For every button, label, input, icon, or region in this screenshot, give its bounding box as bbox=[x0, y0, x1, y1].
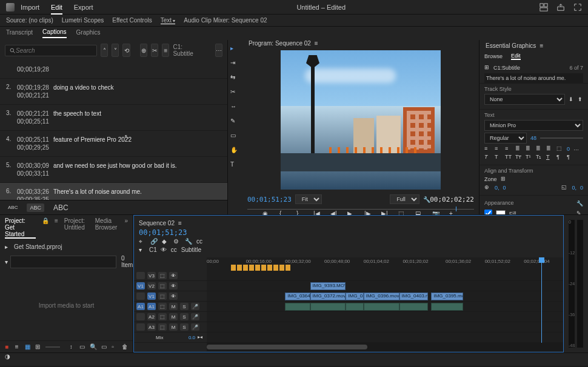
graphics-tab[interactable]: Graphics bbox=[76, 29, 101, 38]
wrench-icon[interactable]: 🔧 bbox=[423, 196, 430, 203]
a3-mute[interactable]: M bbox=[169, 323, 178, 331]
v3-source[interactable] bbox=[136, 272, 145, 279]
bin-icon[interactable]: ▸ bbox=[5, 243, 12, 250]
program-monitor[interactable] bbox=[281, 50, 441, 190]
audio-clip[interactable] bbox=[285, 303, 310, 311]
cc-icon[interactable]: cc bbox=[196, 238, 203, 245]
find-icon[interactable]: 🔍 bbox=[90, 343, 96, 350]
a2-target[interactable]: A2 bbox=[147, 313, 156, 320]
justify-all-icon[interactable]: ≣ bbox=[546, 145, 553, 152]
a3-target[interactable]: A3 bbox=[147, 323, 156, 331]
c1-label[interactable]: C1 bbox=[149, 246, 157, 253]
a2-voice[interactable]: 🎤 bbox=[191, 313, 199, 320]
type-tool-icon[interactable]: T bbox=[230, 161, 240, 171]
a1-mute[interactable]: M bbox=[169, 303, 178, 310]
audio-clip[interactable] bbox=[364, 303, 399, 311]
timeline-scrollbar[interactable] bbox=[207, 343, 563, 351]
v3-target[interactable]: V3 bbox=[147, 272, 156, 279]
icon-view-icon[interactable]: ▦ bbox=[25, 343, 30, 350]
project-tab-0[interactable]: Project: Get Started bbox=[5, 217, 36, 239]
effect-controls-tab[interactable]: Effect Controls bbox=[112, 17, 152, 24]
weight-select[interactable]: Regular bbox=[484, 133, 527, 144]
chevron-down-icon[interactable]: ▾ bbox=[139, 246, 145, 253]
record-icon[interactable]: ■ bbox=[5, 343, 10, 350]
ess-browse-tab[interactable]: Browse bbox=[484, 53, 503, 59]
split-caption-button[interactable]: ✂ bbox=[151, 44, 158, 57]
justify-last-left-icon[interactable]: ≣ bbox=[526, 145, 532, 152]
ltr-icon[interactable]: ¶ bbox=[556, 154, 563, 160]
new-item-icon[interactable]: ▫ bbox=[112, 343, 117, 350]
align-right-icon[interactable]: ≡ bbox=[505, 145, 512, 152]
abc-small[interactable]: ABC bbox=[5, 203, 21, 211]
v2-lock[interactable]: ⬚ bbox=[158, 282, 167, 289]
nav-import[interactable]: Import bbox=[21, 4, 39, 11]
ess-caption-text[interactable]: There's a lot of noise around me. bbox=[484, 73, 583, 83]
prev-caption-button[interactable]: ˄ bbox=[101, 44, 108, 57]
linked-sel-icon[interactable]: 🔗 bbox=[150, 238, 157, 245]
video-clip[interactable]: IMG_0364 bbox=[285, 293, 310, 300]
timecode-in[interactable]: 00;01;51;23 bbox=[247, 196, 292, 203]
kerning-icon[interactable]: ⬚ bbox=[556, 145, 563, 152]
caption-row[interactable]: 2.00;00;19;2800;00;21;21doing a video to… bbox=[0, 79, 227, 105]
caption-row[interactable]: 5.00;00;30;0900;00;33;11and we need to s… bbox=[0, 157, 227, 183]
add-caption-button[interactable]: ⊕ bbox=[140, 44, 147, 57]
panel-menu-icon[interactable]: ≡ bbox=[178, 220, 182, 226]
v1-target[interactable]: V1 bbox=[147, 293, 156, 300]
captions-tab[interactable]: Captions bbox=[42, 28, 66, 38]
track-select-tool-icon[interactable]: ⇥ bbox=[230, 59, 240, 69]
mix-value[interactable]: 0.0 bbox=[189, 335, 195, 340]
upload-icon[interactable]: ⬆ bbox=[578, 96, 583, 103]
justify-icon[interactable]: ≣ bbox=[515, 145, 522, 152]
sort-icon[interactable]: ↕ bbox=[70, 343, 75, 350]
wrench-icon[interactable]: 🔧 bbox=[576, 200, 583, 207]
rectangle-tool-icon[interactable]: ▭ bbox=[230, 132, 240, 142]
v2-target[interactable]: V2 bbox=[147, 282, 156, 289]
fill-checkbox[interactable] bbox=[484, 210, 492, 214]
x-pos[interactable]: 0, bbox=[495, 185, 499, 191]
caption-row[interactable]: 3.00;00;21;2100;00;25;11the speech to te… bbox=[0, 105, 227, 131]
caption-row[interactable]: 00;00;19;28 bbox=[0, 61, 227, 79]
audio-clip[interactable] bbox=[310, 303, 346, 311]
video-clip[interactable]: IMG_037 bbox=[346, 293, 363, 300]
w-val[interactable]: 0, bbox=[572, 185, 576, 191]
v3-lock[interactable]: ⬚ bbox=[158, 272, 167, 279]
ess-edit-tab[interactable]: Edit bbox=[511, 53, 521, 60]
transcript-tab[interactable]: Transcript bbox=[6, 29, 33, 38]
a2-lock[interactable]: ⬚ bbox=[158, 313, 167, 320]
source-label[interactable]: Source: (no clips) bbox=[6, 17, 53, 24]
automate-icon[interactable]: ▭ bbox=[79, 343, 85, 350]
track-style-select[interactable]: None bbox=[484, 94, 565, 105]
hand-tool-icon[interactable]: ✋ bbox=[230, 147, 240, 156]
ripple-tool-icon[interactable]: ⇆ bbox=[230, 74, 240, 84]
slip-tool-icon[interactable]: ↔ bbox=[230, 103, 240, 113]
video-clip[interactable]: IMG_0372.mov [V bbox=[310, 293, 346, 300]
size-slider[interactable] bbox=[540, 137, 583, 139]
project-root-name[interactable]: Get Started.prproj bbox=[14, 243, 62, 250]
superscript-icon[interactable]: T¹ bbox=[526, 154, 532, 160]
audio-clip[interactable] bbox=[431, 303, 463, 311]
freeform-view-icon[interactable]: ⊞ bbox=[35, 343, 41, 350]
subscript-icon[interactable]: T₁ bbox=[536, 154, 543, 160]
nav-export[interactable]: Export bbox=[74, 4, 93, 11]
smallcaps-icon[interactable]: Tᴛ bbox=[515, 154, 522, 160]
download-icon[interactable]: ⬇ bbox=[569, 96, 574, 103]
panel-menu-icon[interactable]: ≡ bbox=[315, 40, 318, 47]
font-size-value[interactable]: 48 bbox=[530, 135, 536, 141]
panel-menu-icon[interactable]: ≡ bbox=[540, 42, 543, 49]
razor-tool-icon[interactable]: ✂ bbox=[230, 88, 240, 98]
y-pos[interactable]: 0 bbox=[503, 185, 506, 191]
pen-tool-icon[interactable]: ✎ bbox=[230, 117, 240, 127]
h-val[interactable]: 0 bbox=[580, 185, 583, 191]
playhead[interactable] bbox=[541, 257, 542, 343]
zoom-slider[interactable] bbox=[45, 346, 60, 348]
caption-row[interactable]: 6.00;00;33;2600;00;35;25There's a lot of… bbox=[0, 183, 227, 200]
video-clip[interactable]: IMG_0403.m bbox=[399, 293, 428, 300]
caption-segments[interactable] bbox=[231, 265, 292, 271]
align-center-icon[interactable]: ≡ bbox=[495, 145, 501, 152]
caption-menu-button[interactable]: ⋯ bbox=[215, 44, 222, 57]
a2-mute[interactable]: M bbox=[169, 313, 178, 320]
wrench-icon[interactable]: 🔧 bbox=[185, 238, 192, 245]
a3-solo[interactable]: S bbox=[180, 323, 189, 331]
timeline-timecode[interactable]: 00;01;51;23 bbox=[139, 228, 558, 237]
marker-icon[interactable]: ◆ bbox=[162, 238, 169, 245]
